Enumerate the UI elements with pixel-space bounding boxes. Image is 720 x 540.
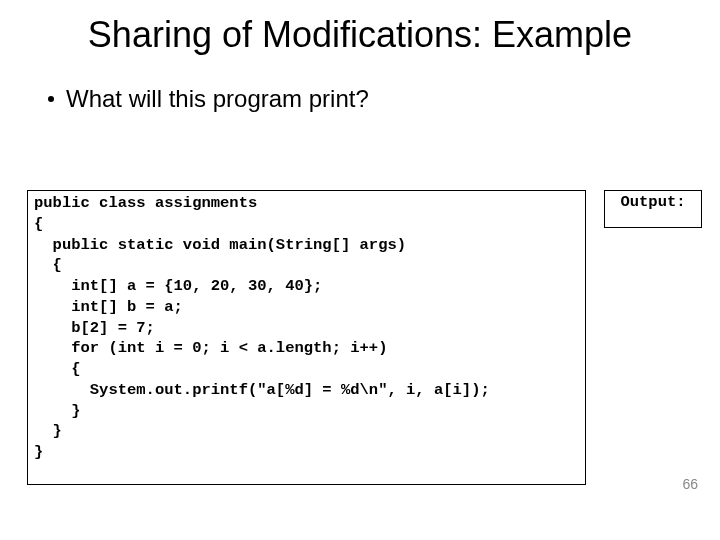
slide-title: Sharing of Modifications: Example — [0, 14, 720, 56]
bullet-item: What will this program print? — [48, 85, 369, 113]
page-number: 66 — [682, 476, 698, 492]
code-block: public class assignments { public static… — [27, 190, 586, 485]
bullet-text: What will this program print? — [66, 85, 369, 113]
output-box: Output: — [604, 190, 702, 228]
bullet-dot-icon — [48, 96, 54, 102]
slide: Sharing of Modifications: Example What w… — [0, 0, 720, 540]
